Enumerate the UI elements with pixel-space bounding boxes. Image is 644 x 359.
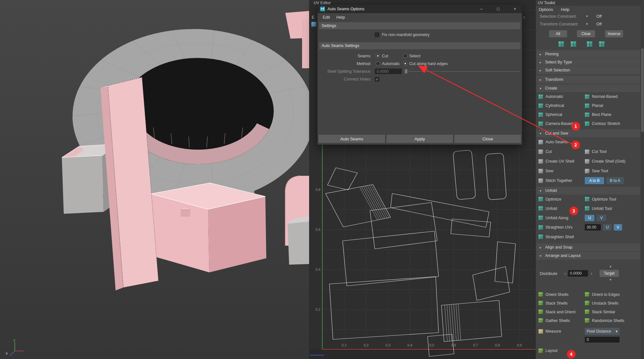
tool-orient-to-edges[interactable]: Orient to Edges xyxy=(585,292,641,297)
tool-optimize[interactable]: Optimize xyxy=(538,197,585,202)
tool-planar[interactable]: Planar xyxy=(585,103,641,108)
uv-shell[interactable] xyxy=(451,219,491,237)
section-unfold[interactable]: ▾ Unfold xyxy=(536,187,640,194)
tool-unfold-along[interactable]: Unfold Along xyxy=(538,215,585,220)
toolkit-scrollbar-thumb[interactable] xyxy=(641,48,644,132)
transform-constraint-value[interactable]: Off xyxy=(596,22,601,26)
connect-holes-checkbox[interactable]: ✓ xyxy=(375,77,379,81)
auto-seams-button[interactable]: Auto Seams xyxy=(318,134,385,143)
distribute-target-button[interactable]: Target xyxy=(600,270,619,277)
tool-unfold-tool[interactable]: Unfold Tool xyxy=(585,206,641,211)
tool-cylindrical[interactable]: Cylindrical xyxy=(538,103,585,108)
tool-stack-and-orient[interactable]: Stack and Orient xyxy=(538,309,585,314)
tool-auto-seams[interactable]: Auto-Seams xyxy=(538,140,585,145)
face-select-mode-icon[interactable] xyxy=(587,41,592,47)
menu-options[interactable]: Options xyxy=(539,7,553,12)
tool-measure[interactable]: Measure xyxy=(538,329,585,334)
section-soft-selection[interactable]: ▸ Soft Selection xyxy=(536,66,640,74)
stitch-a-to-b-button[interactable]: A to B xyxy=(585,177,604,184)
measure-mode-dropdown[interactable]: Pixel Distance ▾ xyxy=(585,328,620,335)
distribute-down-icon[interactable]: ▾ xyxy=(536,278,641,283)
menu-help[interactable]: Help xyxy=(561,7,570,12)
seams-select-radio[interactable] xyxy=(403,54,407,58)
select-all-button[interactable]: All xyxy=(549,30,567,37)
straighten-u-button[interactable]: U xyxy=(603,224,611,231)
tool-stack-shells[interactable]: Stack Shells xyxy=(538,301,585,306)
tool-spherical[interactable]: Spherical xyxy=(538,112,585,117)
tool-contour-stretch[interactable]: Contour Stretch xyxy=(585,121,641,126)
chevron-down-icon[interactable]: ▾ xyxy=(586,22,588,26)
tool-cut[interactable]: Cut xyxy=(538,149,585,154)
clear-selection-button[interactable]: Clear xyxy=(577,30,595,37)
distribute-prev-icon[interactable]: ‹ xyxy=(563,271,567,276)
straighten-v-button[interactable]: V xyxy=(614,224,622,231)
inverse-selection-button[interactable]: Inverse xyxy=(605,30,623,37)
uv-shell[interactable] xyxy=(441,300,502,342)
tool-orient-shells[interactable]: Orient Shells xyxy=(538,292,585,297)
tool-gather-shells[interactable]: Gather Shells xyxy=(538,318,585,323)
close-dialog-button[interactable]: Close xyxy=(454,134,521,143)
tool-create-shell-grid[interactable]: Create Shell (Grid) xyxy=(585,159,641,164)
uv-shell[interactable] xyxy=(485,153,507,200)
dialog-menu-help[interactable]: Help xyxy=(336,15,345,20)
tool-sew-tool[interactable]: Sew Tool xyxy=(585,169,641,174)
straighten-angle-input[interactable]: 30.00 xyxy=(585,224,601,231)
method-hard-edges-radio[interactable] xyxy=(403,61,407,66)
tolerance-slider-thumb[interactable] xyxy=(405,69,407,73)
stitch-b-to-a-button[interactable]: B to A xyxy=(606,177,624,184)
tool-best-plane[interactable]: Best Plane xyxy=(585,112,641,117)
section-select-by-type[interactable]: ▸ Select By Type xyxy=(536,58,640,66)
uv-select-mode-icon[interactable] xyxy=(558,41,564,47)
distribute-up-icon[interactable]: ▴ xyxy=(536,264,641,269)
tool-straighten-uvs[interactable]: Straighten UVs xyxy=(538,225,585,230)
unfold-along-u-button[interactable]: U xyxy=(585,215,594,221)
tool-randomize-shells[interactable]: Randomize Shells xyxy=(585,318,641,323)
section-create[interactable]: ▾ Create xyxy=(536,84,640,92)
uv-shell[interactable] xyxy=(473,267,510,300)
section-align-and-snap[interactable]: ▸ Align and Snap xyxy=(536,243,640,251)
uv-shell[interactable] xyxy=(329,277,439,339)
apply-button[interactable]: Apply xyxy=(386,134,453,143)
tool-unfold[interactable]: Unfold xyxy=(538,206,585,211)
method-automatic-radio[interactable] xyxy=(376,61,380,66)
uv-shell[interactable] xyxy=(453,150,476,200)
selection-constraint-value[interactable]: Off xyxy=(596,14,601,19)
panel-expand-chevron-icon[interactable]: › xyxy=(523,14,525,20)
tool-stitch-together[interactable]: Stitch Together xyxy=(538,178,585,183)
tool-stack-similar[interactable]: Stack Similar xyxy=(585,309,641,314)
distribute-next-icon[interactable]: › xyxy=(589,271,594,276)
viewport-3d[interactable]: y x xyxy=(0,0,309,359)
tool-create-uv-shell[interactable]: Create UV Shell xyxy=(538,159,585,164)
tool-automatic[interactable]: Automatic xyxy=(538,94,585,99)
section-arrange-and-layout[interactable]: ▾ Arrange and Layout xyxy=(536,252,640,260)
chevron-down-icon[interactable]: ▾ xyxy=(586,14,588,18)
minimize-button[interactable]: – xyxy=(474,5,488,13)
section-transform[interactable]: ▸ Transform xyxy=(536,76,640,83)
unfold-along-v-button[interactable]: V xyxy=(597,215,606,221)
tolerance-input[interactable]: 0.0000 xyxy=(375,69,402,74)
close-button[interactable]: × xyxy=(508,5,522,13)
uv-shell[interactable] xyxy=(391,194,489,227)
dialog-titlebar[interactable]: Auto Seams Options – □ × xyxy=(317,5,522,13)
uv-shell[interactable] xyxy=(495,242,516,283)
tool-optimize-tool[interactable]: Optimize Tool xyxy=(585,197,641,202)
tool-cut-tool[interactable]: Cut Tool xyxy=(585,149,641,154)
tool-unstack-shells[interactable]: Unstack Shells xyxy=(585,301,641,306)
uv-shell[interactable] xyxy=(326,184,391,227)
tool-normal-based[interactable]: Normal-Based xyxy=(585,94,641,99)
section-cut-and-sew[interactable]: ▾ Cut and Sew xyxy=(536,129,640,137)
uv-shell[interactable] xyxy=(327,168,357,190)
fix-nonmanifold-checkbox[interactable] xyxy=(375,33,379,37)
tool-straighten-shell[interactable]: Straighten Shell xyxy=(538,234,609,239)
tool-camera-based[interactable]: Camera-Based xyxy=(538,121,585,126)
shell-select-mode-icon[interactable] xyxy=(599,41,605,47)
tool-layout[interactable]: Layout xyxy=(538,348,585,353)
distribute-value-input[interactable]: 0.0000 xyxy=(568,270,588,277)
maximize-button[interactable]: □ xyxy=(491,5,505,13)
seams-cut-radio[interactable] xyxy=(376,54,380,58)
tolerance-slider-track[interactable] xyxy=(405,71,519,72)
edge-select-mode-icon[interactable] xyxy=(571,41,576,47)
tool-sew[interactable]: Sew xyxy=(538,169,585,174)
uv-shell[interactable] xyxy=(343,231,439,286)
dialog-menu-edit[interactable]: Edit xyxy=(323,15,330,20)
